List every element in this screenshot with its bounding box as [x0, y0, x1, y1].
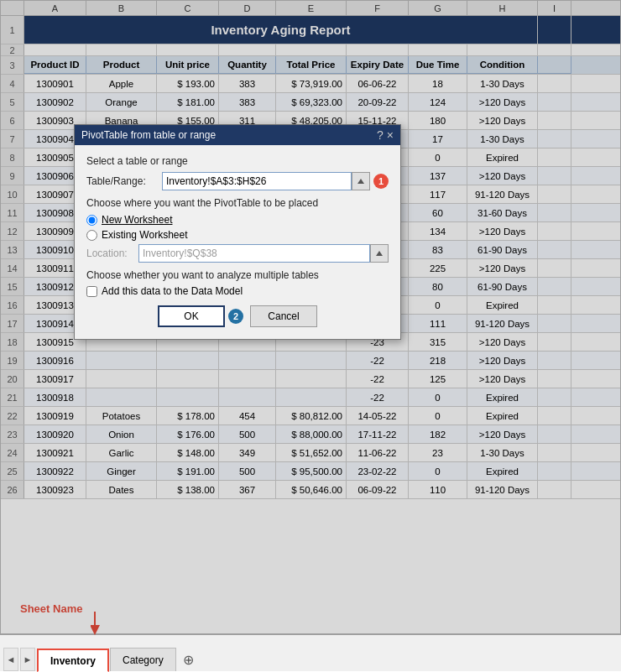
placement-label: Choose where you want the PivotTable to …: [86, 197, 389, 209]
new-worksheet-label: New Worksheet: [102, 214, 172, 226]
dialog-question-icon[interactable]: ?: [377, 128, 384, 142]
table-range-label: Table/Range:: [86, 175, 162, 187]
ok-button[interactable]: OK: [158, 305, 225, 327]
tab-scroll-left[interactable]: ◄: [3, 648, 18, 671]
svg-marker-2: [357, 179, 364, 184]
dialog-close-icon[interactable]: ×: [387, 128, 394, 142]
table-range-input-wrap: 1: [162, 172, 389, 190]
existing-worksheet-label: Existing Worksheet: [102, 229, 188, 241]
svg-marker-3: [376, 251, 383, 256]
location-label: Location:: [86, 247, 138, 259]
location-input[interactable]: [138, 244, 370, 263]
table-range-row: Table/Range: 1: [86, 172, 389, 190]
dialog-titlebar-icons: ? ×: [377, 128, 394, 142]
pivot-dialog: PivotTable from table or range ? × Selec…: [74, 124, 401, 340]
ok-button-wrap: OK 2: [158, 305, 243, 327]
new-worksheet-row: New Worksheet: [86, 214, 389, 226]
tab-add-button[interactable]: ⊕: [179, 649, 199, 669]
badge-1: 1: [373, 174, 389, 189]
cancel-button[interactable]: Cancel: [250, 305, 317, 327]
dialog-body: Select a table or range Table/Range: 1 C…: [75, 145, 400, 339]
existing-worksheet-radio[interactable]: [86, 230, 97, 241]
add-data-model-checkbox[interactable]: [86, 286, 97, 297]
location-row: Location:: [86, 244, 389, 263]
multiple-tables-label: Choose whether you want to analyze multi…: [86, 269, 389, 281]
new-worksheet-radio[interactable]: [86, 215, 97, 226]
badge-2: 2: [228, 309, 243, 324]
location-collapse-btn[interactable]: [370, 244, 389, 263]
table-range-collapse-btn[interactable]: [352, 172, 370, 190]
dialog-title: PivotTable from table or range: [81, 129, 216, 141]
tab-scroll-right[interactable]: ►: [20, 648, 35, 671]
select-range-label: Select a table or range: [86, 155, 389, 167]
add-data-model-row: Add this data to the Data Model: [86, 285, 389, 297]
table-range-input[interactable]: [162, 172, 352, 190]
dialog-titlebar: PivotTable from table or range ? ×: [75, 125, 400, 145]
existing-worksheet-row: Existing Worksheet: [86, 229, 389, 241]
tab-inventory[interactable]: Inventory: [37, 649, 109, 672]
tab-category[interactable]: Category: [110, 648, 176, 671]
location-input-wrap: [138, 244, 389, 263]
dialog-buttons: OK 2 Cancel: [86, 305, 389, 331]
tab-bar: ◄ ► Inventory Category ⊕: [0, 634, 621, 671]
add-data-model-label: Add this data to the Data Model: [102, 285, 243, 297]
